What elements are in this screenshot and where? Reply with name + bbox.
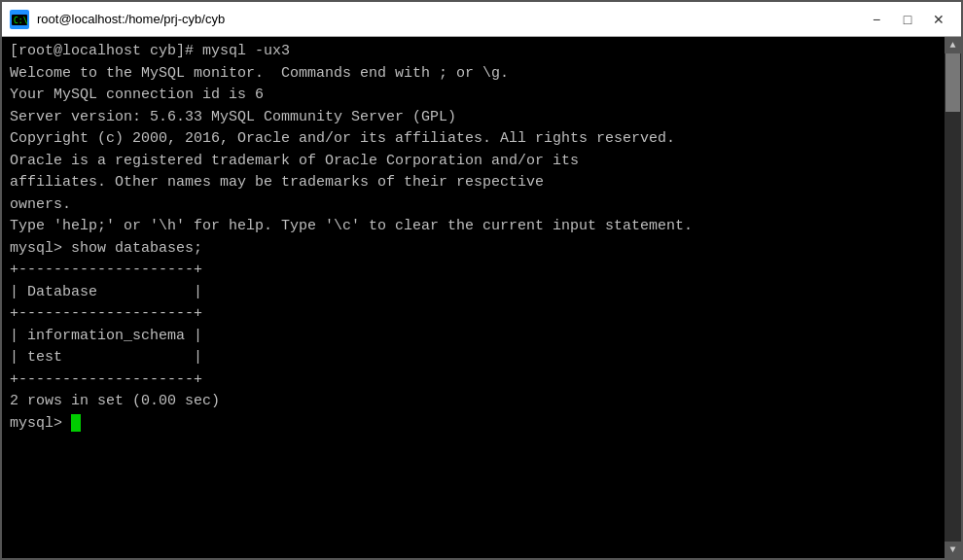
terminal-line: owners.	[10, 194, 937, 217]
terminal-output[interactable]: [root@localhost cyb]# mysql -ux3Welcome …	[2, 37, 945, 558]
terminal-line: Your MySQL connection id is 6	[10, 85, 937, 107]
terminal-line: +--------------------+	[10, 369, 937, 392]
scrollbar-up-button[interactable]: ▲	[945, 37, 961, 53]
titlebar: C:\ root@localhost:/home/prj-cyb/cyb − □…	[2, 2, 961, 37]
terminal-line: +--------------------+	[10, 260, 937, 282]
terminal-line: mysql>	[10, 413, 937, 436]
terminal-line: affiliates. Other names may be trademark…	[10, 172, 937, 194]
terminal-line: mysql> show databases;	[10, 238, 937, 261]
terminal-line: 2 rows in set (0.00 sec)	[10, 391, 937, 413]
window-title: root@localhost:/home/prj-cyb/cyb	[37, 12, 225, 26]
terminal-line: Oracle is a registered trademark of Orac…	[10, 151, 937, 173]
terminal-line: +--------------------+	[10, 303, 937, 326]
terminal-line: Server version: 5.6.33 MySQL Community S…	[10, 107, 937, 129]
terminal-line: Type 'help;' or '\h' for help. Type '\c'…	[10, 216, 937, 238]
terminal-line: [root@localhost cyb]# mysql -ux3	[10, 41, 937, 63]
terminal-line: | Database |	[10, 282, 937, 304]
titlebar-left: C:\ root@localhost:/home/prj-cyb/cyb	[10, 10, 225, 29]
terminal-line: | test |	[10, 347, 937, 369]
maximize-button[interactable]: □	[893, 8, 922, 31]
terminal-line: | information_schema |	[10, 326, 937, 348]
terminal-line: Copyright (c) 2000, 2016, Oracle and/or …	[10, 128, 937, 151]
scrollbar-track	[945, 53, 961, 542]
svg-text:C:\: C:\	[14, 17, 28, 25]
terminal-window: C:\ root@localhost:/home/prj-cyb/cyb − □…	[0, 0, 963, 560]
app-icon: C:\	[10, 10, 29, 29]
scrollbar: ▲ ▼	[945, 37, 961, 558]
terminal-cursor	[71, 414, 81, 432]
close-button[interactable]: ✕	[924, 8, 953, 31]
scrollbar-thumb[interactable]	[945, 53, 960, 112]
terminal-area: [root@localhost cyb]# mysql -ux3Welcome …	[2, 37, 961, 558]
titlebar-buttons: − □ ✕	[862, 8, 953, 31]
terminal-line: Welcome to the MySQL monitor. Commands e…	[10, 63, 937, 86]
minimize-button[interactable]: −	[862, 8, 891, 31]
scrollbar-down-button[interactable]: ▼	[945, 542, 961, 558]
